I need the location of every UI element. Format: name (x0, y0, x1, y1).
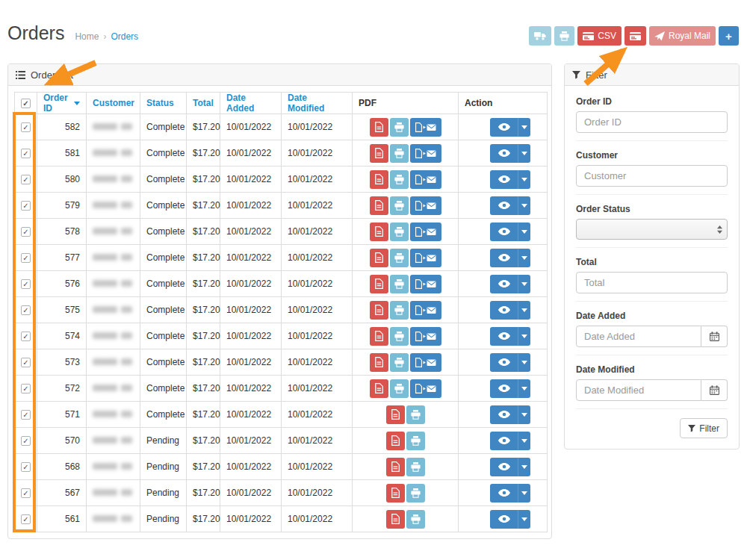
action-dropdown-button[interactable] (518, 196, 530, 215)
export-button[interactable] (624, 26, 646, 46)
email-pdf-button[interactable] (410, 327, 441, 346)
print-button[interactable] (390, 379, 409, 398)
action-dropdown-button[interactable] (518, 275, 530, 293)
email-pdf-button[interactable] (410, 353, 441, 372)
breadcrumb-orders-link[interactable]: Orders (111, 31, 138, 42)
column-header-order-id[interactable]: Order ID (43, 93, 80, 113)
email-pdf-button[interactable] (410, 196, 441, 215)
print-button[interactable] (390, 327, 409, 346)
shipping-list-button[interactable] (529, 26, 551, 46)
print-button[interactable] (390, 249, 409, 267)
print-button[interactable] (390, 353, 409, 372)
customer-filter-input[interactable] (576, 165, 728, 187)
view-order-button[interactable] (490, 249, 518, 267)
date-added-filter-input[interactable] (576, 326, 701, 347)
row-checkbox[interactable]: ✓ (21, 488, 31, 498)
view-order-button[interactable] (490, 223, 518, 241)
action-dropdown-button[interactable] (518, 510, 530, 529)
add-order-button[interactable]: + (719, 26, 739, 46)
print-button[interactable] (390, 275, 409, 293)
view-order-button[interactable] (490, 327, 518, 346)
breadcrumb-home-link[interactable]: Home (75, 31, 99, 42)
action-dropdown-button[interactable] (518, 405, 530, 424)
print-button[interactable] (390, 144, 409, 163)
royal-mail-button[interactable]: Royal Mail (649, 26, 716, 46)
pdf-button[interactable] (370, 275, 388, 293)
row-checkbox[interactable]: ✓ (21, 149, 31, 158)
action-dropdown-button[interactable] (518, 301, 530, 320)
column-header-total[interactable]: Total (193, 98, 214, 108)
pdf-button[interactable] (370, 327, 388, 346)
view-order-button[interactable] (490, 458, 518, 476)
pdf-button[interactable] (370, 144, 388, 163)
pdf-button[interactable] (386, 405, 405, 424)
email-pdf-button[interactable] (410, 275, 441, 293)
print-button[interactable] (390, 301, 409, 320)
view-order-button[interactable] (490, 275, 518, 293)
print-button[interactable] (406, 432, 425, 450)
view-order-button[interactable] (490, 510, 518, 529)
pdf-button[interactable] (370, 353, 388, 372)
view-order-button[interactable] (490, 144, 518, 163)
apply-filter-button[interactable]: Filter (680, 418, 728, 438)
row-checkbox[interactable]: ✓ (21, 122, 31, 132)
row-checkbox[interactable]: ✓ (21, 227, 31, 237)
email-pdf-button[interactable] (410, 301, 441, 320)
date-added-calendar-button[interactable] (701, 326, 728, 347)
action-dropdown-button[interactable] (518, 249, 530, 267)
view-order-button[interactable] (490, 118, 518, 137)
action-dropdown-button[interactable] (518, 170, 530, 189)
row-checkbox[interactable]: ✓ (21, 175, 31, 184)
row-checkbox[interactable]: ✓ (21, 279, 31, 289)
action-dropdown-button[interactable] (518, 353, 530, 372)
action-dropdown-button[interactable] (518, 432, 530, 450)
print-button[interactable] (406, 458, 425, 476)
print-button[interactable] (390, 223, 409, 241)
view-order-button[interactable] (490, 432, 518, 450)
row-checkbox[interactable]: ✓ (21, 201, 31, 211)
row-checkbox[interactable]: ✓ (21, 410, 31, 420)
print-button[interactable] (390, 170, 409, 189)
select-all-checkbox[interactable]: ✓ (21, 99, 31, 108)
row-checkbox[interactable]: ✓ (21, 514, 31, 524)
view-order-button[interactable] (490, 196, 518, 215)
date-modified-filter-input[interactable] (576, 379, 701, 401)
view-order-button[interactable] (490, 405, 518, 424)
view-order-button[interactable] (490, 301, 518, 320)
action-dropdown-button[interactable] (518, 484, 530, 503)
action-dropdown-button[interactable] (518, 144, 530, 163)
pdf-button[interactable] (386, 510, 405, 529)
print-button[interactable] (406, 510, 425, 529)
view-order-button[interactable] (490, 379, 518, 398)
pdf-button[interactable] (386, 484, 405, 503)
row-checkbox[interactable]: ✓ (21, 332, 31, 341)
email-pdf-button[interactable] (410, 118, 441, 137)
total-filter-input[interactable] (576, 272, 728, 293)
action-dropdown-button[interactable] (518, 327, 530, 346)
row-checkbox[interactable]: ✓ (21, 384, 31, 393)
action-dropdown-button[interactable] (518, 223, 530, 241)
row-checkbox[interactable]: ✓ (21, 436, 31, 446)
export-csv-button[interactable]: CSV (577, 26, 622, 46)
view-order-button[interactable] (490, 484, 518, 503)
print-button[interactable] (390, 118, 409, 137)
view-order-button[interactable] (490, 353, 518, 372)
email-pdf-button[interactable] (410, 223, 441, 241)
pdf-button[interactable] (370, 249, 388, 267)
pdf-button[interactable] (370, 379, 388, 398)
action-dropdown-button[interactable] (518, 118, 530, 137)
pdf-button[interactable] (370, 118, 388, 137)
view-order-button[interactable] (490, 170, 518, 189)
email-pdf-button[interactable] (410, 379, 441, 398)
row-checkbox[interactable]: ✓ (21, 462, 31, 472)
email-pdf-button[interactable] (410, 249, 441, 267)
print-button[interactable] (406, 405, 425, 424)
column-header-date-added[interactable]: Date Added (226, 93, 275, 113)
print-button[interactable] (390, 196, 409, 215)
row-checkbox[interactable]: ✓ (21, 358, 31, 367)
pdf-button[interactable] (386, 432, 405, 450)
email-pdf-button[interactable] (410, 170, 441, 189)
order-status-select[interactable] (576, 219, 728, 240)
action-dropdown-button[interactable] (518, 458, 530, 476)
column-header-date-modified[interactable]: Date Modified (288, 93, 346, 113)
